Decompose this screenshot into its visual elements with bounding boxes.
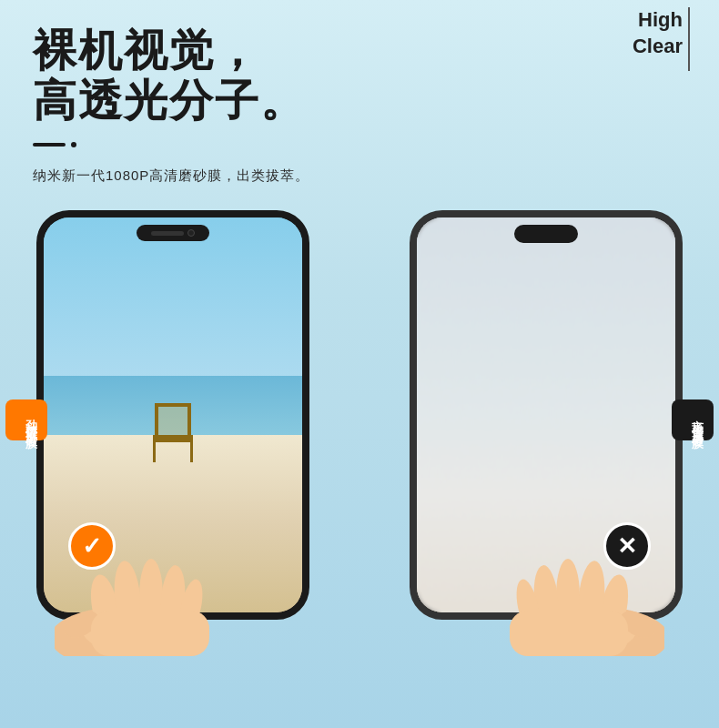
cross-icon: ✕ [617,534,637,558]
dash-line [33,143,66,147]
main-container: 裸机视觉， 高透光分子。 High Clear 纳米新一代1080P高清磨砂膜，… [0,0,719,728]
right-hand [464,492,664,656]
chair-leg-right [190,442,193,462]
chair-back [155,403,191,435]
camera [187,229,195,237]
high-clear-badge: High Clear [633,7,683,59]
top-section: 裸机视觉， 高透光分子。 High Clear [0,0,719,126]
dash-dot [71,142,76,147]
right-product-badge: 市场普通磨砂膜 [672,399,714,440]
dash-decoration [33,142,686,147]
svg-rect-8 [91,611,209,656]
left-product-badge: 劲林进口磨砂膜 [5,399,47,440]
check-icon: ✓ [82,534,102,558]
svg-rect-17 [510,611,628,656]
x-circle: ✕ [603,522,651,570]
badge-divider [688,7,690,71]
check-circle: ✓ [68,522,116,570]
sky [44,217,302,395]
subtitle: 纳米新一代1080P高清磨砂膜，出类拔萃。 [33,167,686,185]
badge-high: High [638,7,683,34]
chair-legs [153,442,193,462]
right-phone-notch [514,225,578,243]
chair-seat [153,435,193,442]
main-title: 裸机视觉， 高透光分子。 [33,25,686,126]
left-phone-notch [137,225,209,241]
left-hand [55,492,255,656]
speaker [151,231,184,236]
beach-chair [150,403,196,462]
badge-clear: Clear [633,34,683,60]
chair-leg-left [153,442,156,462]
phone-comparison: 劲林进口磨砂膜 市场普通磨砂膜 [0,201,719,647]
